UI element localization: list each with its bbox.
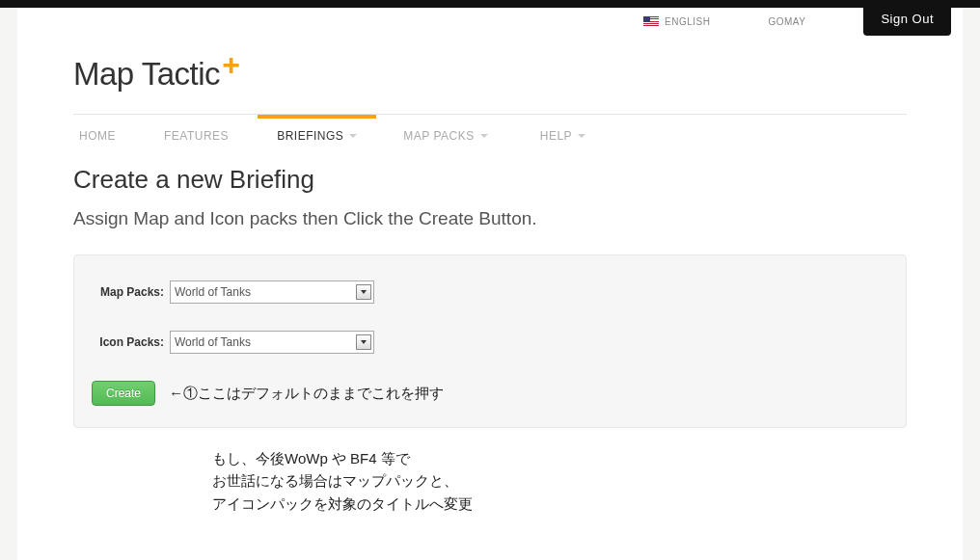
- annotation-line: もし、今後WoWp や BF4 等で: [212, 447, 907, 469]
- annotation-line: アイコンパックを対象のタイトルへ変更: [212, 493, 907, 515]
- top-utility-bar: ENGLISH GOMAY Sign Out: [17, 8, 963, 39]
- language-selector[interactable]: ENGLISH: [643, 8, 710, 27]
- nav-help[interactable]: HELP: [521, 116, 605, 156]
- nav-label: HELP: [540, 129, 572, 143]
- icon-packs-label: Icon Packs:: [92, 335, 164, 349]
- top-black-bar: [0, 0, 980, 8]
- sign-out-button[interactable]: Sign Out: [863, 4, 951, 36]
- create-row: Create ←①ここはデフォルトのままでこれを押す: [92, 381, 888, 406]
- logo-plus-icon: +: [222, 56, 239, 73]
- annotation-step1: ←①ここはデフォルトのままでこれを押す: [169, 385, 444, 403]
- icon-packs-row: Icon Packs: World of Tanks: [92, 331, 888, 354]
- annotation-line: お世話になる場合はマップパックと、: [212, 469, 907, 492]
- logo-text: Map Tactic: [73, 56, 220, 93]
- briefing-form: Map Packs: World of Tanks Icon Packs: Wo…: [73, 254, 907, 428]
- annotation-note: もし、今後WoWp や BF4 等で お世話になる場合はマップパックと、 アイコ…: [212, 447, 907, 515]
- site-logo[interactable]: Map Tactic +: [17, 39, 963, 93]
- page-container: ENGLISH GOMAY Sign Out Map Tactic + HOME…: [17, 8, 963, 560]
- nav-label: BRIEFINGS: [277, 129, 343, 143]
- chevron-down-icon: [349, 134, 357, 138]
- chevron-down-icon: [361, 340, 367, 344]
- icon-packs-select[interactable]: World of Tanks: [170, 331, 374, 354]
- language-label: ENGLISH: [665, 16, 710, 27]
- select-button: [356, 334, 371, 350]
- chevron-down-icon: [578, 134, 585, 138]
- page-title: Create a new Briefing: [73, 165, 907, 195]
- us-flag-icon: [643, 16, 659, 27]
- main-nav: HOME FEATURES BRIEFINGS MAP PACKS HELP: [73, 115, 907, 157]
- nav-label: MAP PACKS: [403, 129, 474, 143]
- select-button: [356, 284, 371, 300]
- nav-briefings[interactable]: BRIEFINGS: [258, 116, 376, 156]
- main-content: Create a new Briefing Assign Map and Ico…: [17, 157, 963, 515]
- nav-features[interactable]: FEATURES: [145, 116, 248, 156]
- icon-packs-value: World of Tanks: [175, 335, 251, 349]
- user-name-link[interactable]: GOMAY: [768, 8, 805, 27]
- create-button[interactable]: Create: [92, 381, 155, 406]
- nav-map-packs[interactable]: MAP PACKS: [384, 116, 506, 156]
- chevron-down-icon: [361, 290, 367, 294]
- nav-home[interactable]: HOME: [73, 116, 135, 156]
- nav-label: HOME: [79, 129, 116, 143]
- nav-label: FEATURES: [164, 129, 229, 143]
- logo-text-wrap: Map Tactic +: [73, 56, 963, 93]
- map-packs-row: Map Packs: World of Tanks: [92, 280, 888, 304]
- map-packs-label: Map Packs:: [92, 285, 164, 299]
- page-subtitle: Assign Map and Icon packs then Click the…: [73, 208, 907, 229]
- chevron-down-icon: [480, 134, 488, 138]
- map-packs-value: World of Tanks: [175, 285, 251, 299]
- map-packs-select[interactable]: World of Tanks: [170, 280, 374, 304]
